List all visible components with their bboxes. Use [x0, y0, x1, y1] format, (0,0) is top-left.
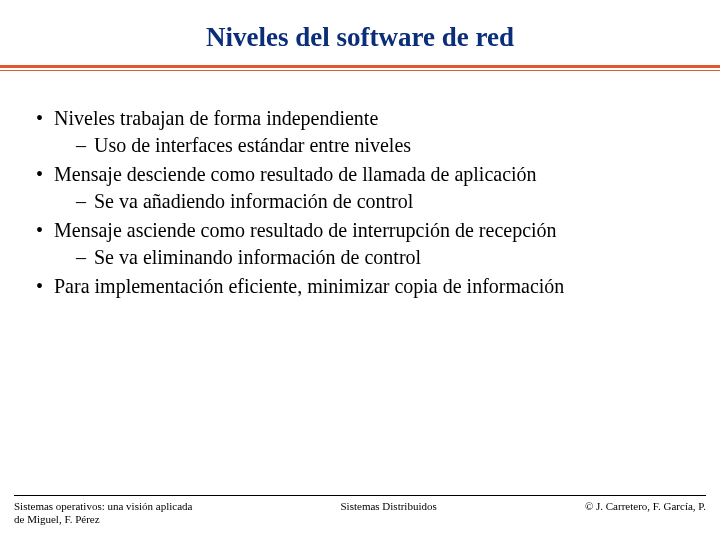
footer-rule — [14, 495, 706, 496]
sub-item: Se va eliminando información de control — [76, 244, 688, 271]
footer-left-line2: de Miguel, F. Pérez — [14, 513, 192, 526]
slide-title: Niveles del software de red — [0, 0, 720, 61]
bullet-item: Para implementación eficiente, minimizar… — [32, 273, 688, 300]
sub-list: Uso de interfaces estándar entre niveles — [54, 132, 688, 159]
sub-list: Se va eliminando información de control — [54, 244, 688, 271]
footer-row: Sistemas operativos: una visión aplicada… — [14, 500, 706, 526]
bullet-text: Niveles trabajan de forma independiente — [54, 107, 378, 129]
bullet-item: Mensaje desciende como resultado de llam… — [32, 161, 688, 215]
rule-thick — [0, 65, 720, 68]
footer-center: Sistemas Distribuidos — [192, 500, 584, 512]
bullet-item: Mensaje asciende como resultado de inter… — [32, 217, 688, 271]
bullet-text: Mensaje asciende como resultado de inter… — [54, 219, 557, 241]
sub-text: Se va añadiendo información de control — [94, 190, 413, 212]
footer-left: Sistemas operativos: una visión aplicada… — [14, 500, 192, 526]
bullet-text: Para implementación eficiente, minimizar… — [54, 275, 564, 297]
sub-list: Se va añadiendo información de control — [54, 188, 688, 215]
sub-item: Se va añadiendo información de control — [76, 188, 688, 215]
rule-thin — [0, 70, 720, 71]
slide: Niveles del software de red Niveles trab… — [0, 0, 720, 540]
content-area: Niveles trabajan de forma independiente … — [0, 71, 720, 300]
footer: Sistemas operativos: una visión aplicada… — [0, 495, 720, 526]
bullet-text: Mensaje desciende como resultado de llam… — [54, 163, 537, 185]
footer-left-line1: Sistemas operativos: una visión aplicada — [14, 500, 192, 513]
bullet-list: Niveles trabajan de forma independiente … — [32, 105, 688, 300]
bullet-item: Niveles trabajan de forma independiente … — [32, 105, 688, 159]
sub-text: Uso de interfaces estándar entre niveles — [94, 134, 411, 156]
sub-text: Se va eliminando información de control — [94, 246, 421, 268]
footer-right: © J. Carretero, F. García, P. — [585, 500, 706, 512]
sub-item: Uso de interfaces estándar entre niveles — [76, 132, 688, 159]
title-rule — [0, 65, 720, 71]
